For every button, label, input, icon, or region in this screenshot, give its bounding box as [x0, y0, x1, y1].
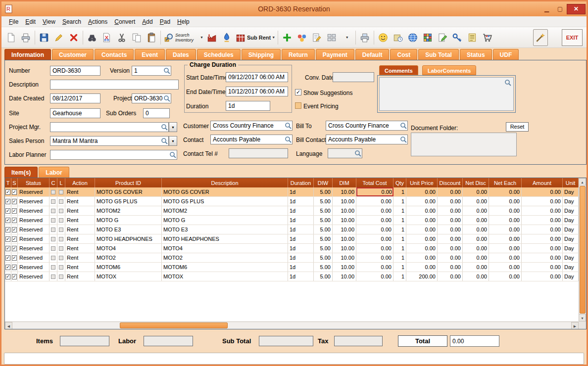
- row-checkbox[interactable]: ✓: [5, 206, 11, 215]
- tab-event[interactable]: Event: [135, 49, 165, 60]
- cell-unit-price[interactable]: 0.00: [406, 253, 438, 262]
- cell-action[interactable]: Rent: [65, 253, 95, 262]
- vertical-scroll-thumb[interactable]: [580, 186, 586, 314]
- maximize-button[interactable]: ▢: [553, 4, 567, 14]
- cell-description[interactable]: MOTO G5 COVER: [162, 187, 288, 196]
- row-flag-checkbox[interactable]: [49, 206, 57, 215]
- number-field[interactable]: ORD-3630: [50, 66, 100, 76]
- cell-net-each[interactable]: 0.00: [489, 225, 522, 234]
- column-header-description[interactable]: Description: [162, 178, 288, 187]
- cell-description[interactable]: MOTO4: [162, 244, 288, 253]
- cell-qty[interactable]: 1: [393, 225, 406, 234]
- description-field[interactable]: [50, 80, 179, 90]
- add-button[interactable]: [280, 29, 294, 46]
- cell-total-cost[interactable]: 0.00: [356, 197, 393, 206]
- cell-unit-price[interactable]: 0.00: [406, 206, 438, 215]
- cell-duration[interactable]: 1d: [288, 206, 314, 215]
- contact-field[interactable]: Accounts Payable: [210, 135, 293, 144]
- tab-udf[interactable]: UDF: [493, 49, 519, 60]
- labor-planner-field[interactable]: [50, 150, 177, 160]
- cell-amount[interactable]: 0.00: [522, 263, 563, 272]
- customer-field[interactable]: Cross Country Finance: [210, 121, 293, 131]
- cell-dim[interactable]: 10.00: [333, 234, 356, 243]
- cell-discount[interactable]: 0.00: [438, 206, 463, 215]
- cell-unit[interactable]: Day: [563, 206, 579, 215]
- compose-button[interactable]: [435, 29, 450, 46]
- cell-description[interactable]: MOTO G: [162, 216, 288, 225]
- project-mgr-dropdown[interactable]: ▼: [169, 122, 177, 132]
- column-header-dim[interactable]: DIM: [333, 178, 356, 187]
- row-flag-checkbox[interactable]: [57, 225, 65, 234]
- tab-labor-comments[interactable]: LaborComments: [422, 65, 476, 75]
- tab-customer[interactable]: Customer: [52, 49, 94, 60]
- column-header-discount[interactable]: Discount: [438, 178, 463, 187]
- menu-edit[interactable]: Edit: [22, 17, 39, 26]
- document-folder-box[interactable]: [411, 133, 517, 156]
- print-button[interactable]: [18, 29, 33, 46]
- row-flag-checkbox[interactable]: [57, 197, 65, 206]
- table-row[interactable]: ✓✓ReservedRentMOTO G5 COVERMOTO G5 COVER…: [5, 187, 579, 197]
- web-button[interactable]: [405, 29, 420, 46]
- scroll-left-icon[interactable]: ◀: [5, 322, 12, 329]
- table-row[interactable]: ✓✓ReservedRentMOTO4MOTO41d5.0010.000.001…: [5, 244, 579, 253]
- row-checkbox[interactable]: ✓: [11, 197, 18, 206]
- save-button[interactable]: [37, 29, 51, 46]
- sub-orders-field[interactable]: 0: [143, 108, 170, 118]
- cell-duration[interactable]: 1d: [288, 187, 314, 196]
- cell-unit[interactable]: Day: [563, 253, 579, 262]
- cell-product-id[interactable]: MOTO G5 COVER: [95, 187, 162, 196]
- site-field[interactable]: Gearhouse: [50, 108, 100, 118]
- cell-amount[interactable]: 0.00: [522, 234, 563, 243]
- cell-dim[interactable]: 10.00: [333, 272, 356, 281]
- bill-contact-field[interactable]: Accounts Payable: [326, 135, 408, 144]
- row-flag-checkbox[interactable]: [49, 244, 57, 253]
- table-row[interactable]: ✓✓ReservedRentMOTO GMOTO G1d5.0010.000.0…: [5, 216, 579, 225]
- find-button[interactable]: [85, 29, 99, 46]
- exit-button[interactable]: EXIT: [562, 29, 583, 46]
- cell-discount[interactable]: 0.00: [438, 197, 463, 206]
- cell-total-cost[interactable]: 0.00: [356, 234, 393, 243]
- date-created-field[interactable]: 08/12/2017: [50, 93, 100, 103]
- end-date-field[interactable]: 10/12/2017 06:00 AM: [226, 87, 288, 96]
- reset-button[interactable]: Reset: [506, 122, 529, 132]
- labels-button[interactable]: [324, 29, 339, 46]
- cell-total-cost[interactable]: 0.00: [356, 244, 393, 253]
- start-date-field[interactable]: 09/12/2017 06:00 AM: [226, 72, 288, 82]
- scroll-down-icon[interactable]: ▼: [579, 314, 586, 321]
- row-flag-checkbox[interactable]: [49, 272, 57, 281]
- tab-cost[interactable]: Cost: [390, 49, 417, 60]
- row-checkbox[interactable]: ✓: [11, 234, 18, 243]
- cell-status[interactable]: Reserved: [18, 206, 49, 215]
- sales-person-field[interactable]: Mantra M Mantra: [50, 136, 169, 146]
- cell-diw[interactable]: 5.00: [314, 225, 333, 234]
- cell-status[interactable]: Reserved: [18, 225, 49, 234]
- cut-button[interactable]: [114, 29, 129, 46]
- smiley-button[interactable]: [376, 29, 391, 46]
- cell-discount[interactable]: 0.00: [438, 244, 463, 253]
- column-header-net-disc[interactable]: Net Disc: [463, 178, 489, 187]
- menu-file[interactable]: File: [5, 17, 22, 26]
- scroll-up-icon[interactable]: ▲: [579, 178, 586, 185]
- cell-discount[interactable]: 0.00: [438, 216, 463, 225]
- row-checkbox[interactable]: ✓: [11, 225, 18, 234]
- table-row[interactable]: ✓✓ReservedRentMOTO2MOTO21d5.0010.000.001…: [5, 253, 579, 263]
- row-flag-checkbox[interactable]: [57, 234, 65, 243]
- menu-pad[interactable]: Pad: [156, 17, 174, 26]
- sub-rent-button[interactable]: Sub Rent ▼: [234, 29, 276, 46]
- row-checkbox[interactable]: ✓: [11, 253, 18, 262]
- cell-duration[interactable]: 1d: [288, 225, 314, 234]
- cell-duration[interactable]: 1d: [288, 244, 314, 253]
- vertical-scrollbar[interactable]: ▲ ▼: [579, 178, 586, 321]
- tab-sub-total[interactable]: Sub Total: [418, 49, 459, 60]
- cell-duration[interactable]: 1d: [288, 272, 314, 281]
- cell-action[interactable]: Rent: [65, 206, 95, 215]
- row-checkbox[interactable]: ✓: [11, 216, 18, 225]
- cell-total-cost[interactable]: 0.00: [356, 216, 393, 225]
- cell-dim[interactable]: 10.00: [333, 225, 356, 234]
- menu-help[interactable]: Help: [174, 17, 193, 26]
- table-row[interactable]: ✓✓ReservedRentMOTO E3MOTO E31d5.0010.000…: [5, 225, 579, 234]
- row-flag-checkbox[interactable]: [49, 187, 57, 196]
- table-row[interactable]: ✓✓ReservedRentMOTO G5 PLUSMOTO G5 PLUS1d…: [5, 197, 579, 206]
- cell-amount[interactable]: 0.00: [522, 187, 563, 196]
- cell-status[interactable]: Reserved: [18, 187, 49, 196]
